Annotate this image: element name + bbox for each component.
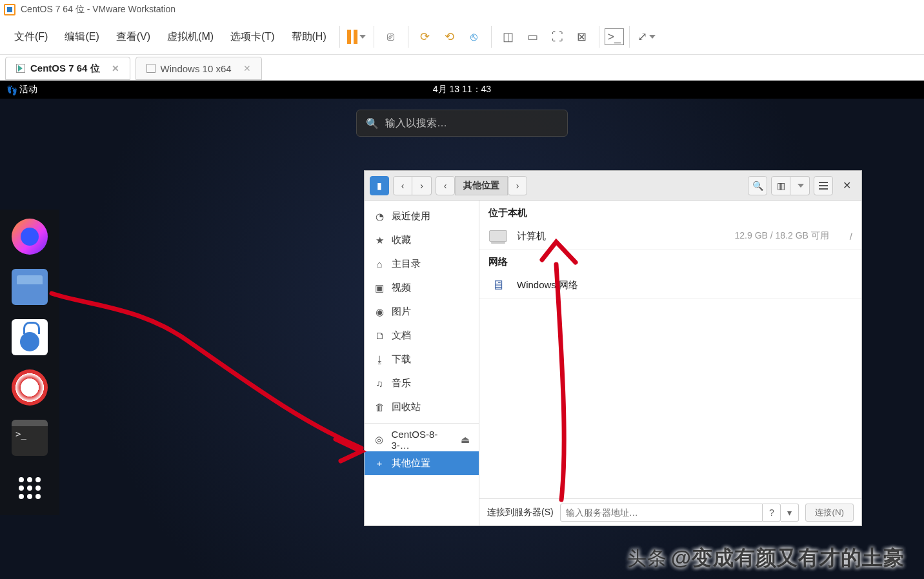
watermark: 头条@变成有颜又有才的土豪 [627,544,905,573]
search-icon: 🔍 [366,117,379,130]
files-sidebar: ◔最近使用 ★收藏 ⌂主目录 ▣视频 ◉图片 🗋文档 ⭳下载 ♫音乐 🗑回收站 … [365,201,479,525]
view-tab-icon[interactable]: ▭ [521,25,545,48]
tab-windows[interactable]: Windows 10 x64 ✕ [136,57,262,80]
vm-tabs: CentOS 7 64 位 ✕ Windows 10 x64 ✕ [0,55,924,81]
files-menu-button[interactable] [814,176,833,195]
tab-vm-icon [146,64,156,73]
disc-icon: ◎ [374,434,385,446]
menu-file[interactable]: 文件(F) [6,26,55,48]
connect-button[interactable]: 连接(N) [805,504,854,522]
network-header: 网络 [479,250,861,272]
activities-button[interactable]: 活动 [19,84,37,95]
menu-help[interactable]: 帮助(H) [284,26,334,48]
sidebar-videos[interactable]: ▣视频 [365,276,479,300]
files-main: 位于本机 计算机 12.9 GB / 18.2 GB 可用 / 网络 🖥 Win… [479,201,861,525]
sidebar-pictures[interactable]: ◉图片 [365,300,479,324]
music-icon: ♫ [374,378,385,389]
tab-running-icon [16,64,25,73]
files-window: ▮ ‹ › ‹ 其他位置 › 🔍 ▥ ✕ ◔最近使用 ★收藏 ⌂ [365,171,861,525]
winnet-label: Windows 网络 [517,279,578,291]
view-unity-icon[interactable]: ⊠ [570,25,594,48]
server-history-icon[interactable]: ▾ [781,504,799,522]
view-dropdown-button[interactable] [790,176,810,195]
vmware-logo-icon [4,4,15,15]
sidebar-documents[interactable]: 🗋文档 [365,324,479,348]
tab-centos-label: CentOS 7 64 位 [30,63,100,75]
dock-software-icon[interactable] [12,319,48,355]
drive-icon [488,228,508,244]
breadcrumb: ‹ 其他位置 › [436,176,527,195]
dock-apps-icon[interactable] [12,470,48,506]
guest-desktop: 👣 活动 4月 13 11：43 🔍 输入以搜索… ▮ ‹ › ‹ 其他位置 › [0,81,924,579]
snapshot-manager-icon[interactable]: ⟲ [438,25,461,48]
toolbar-icon-1[interactable]: ⎚ [379,25,403,48]
menu-vm[interactable]: 虚拟机(M) [159,26,221,48]
search-placeholder: 输入以搜索… [385,117,447,130]
gnome-topbar: 👣 活动 4月 13 11：43 [0,81,924,99]
menu-view[interactable]: 查看(V) [108,26,158,48]
files-search-button[interactable]: 🔍 [748,176,767,195]
dock-files-icon[interactable] [12,269,48,305]
dock [0,210,59,515]
computer-label: 计算机 [517,230,546,242]
sidebar-disc[interactable]: ◎CentOS-8-3-…⏏ [365,427,479,451]
document-icon: 🗋 [374,330,385,341]
view-list-button[interactable]: ▥ [771,176,790,195]
tab-centos[interactable]: CentOS 7 64 位 ✕ [5,57,130,80]
eject-icon[interactable]: ⏏ [461,434,470,446]
files-close-button[interactable]: ✕ [837,176,856,195]
sidebar-trash[interactable]: 🗑回收站 [365,395,479,419]
plus-icon: + [374,458,385,469]
breadcrumb-current[interactable]: 其他位置 [455,176,508,195]
pause-vm-icon[interactable] [345,25,368,48]
gnome-foot-icon: 👣 [6,85,15,94]
row-computer[interactable]: 计算机 12.9 GB / 18.2 GB 可用 / [479,223,861,250]
console-icon[interactable]: >_ [605,28,624,45]
sidebar-recent[interactable]: ◔最近使用 [365,204,479,228]
connect-server-label: 连接到服务器(S) [487,507,554,518]
menubar: 文件(F) 编辑(E) 查看(V) 虚拟机(M) 选项卡(T) 帮助(H) ⎚ … [0,19,924,55]
tab-windows-close-icon[interactable]: ✕ [243,63,251,74]
toolbar-icon-4[interactable]: ⎋ [463,25,486,48]
view-single-icon[interactable]: ◫ [497,25,520,48]
dock-help-icon[interactable] [12,369,48,406]
connect-server-bar: 连接到服务器(S) ? ▾ 连接(N) [479,498,861,525]
trash-icon: 🗑 [374,402,385,413]
sidebar-downloads[interactable]: ⭳下载 [365,348,479,371]
server-address-input[interactable] [560,504,763,522]
sidebar-starred[interactable]: ★收藏 [365,228,479,252]
network-icon: 🖥 [488,277,508,293]
files-headerbar: ▮ ‹ › ‹ 其他位置 › 🔍 ▥ ✕ [365,171,861,201]
download-icon: ⭳ [374,354,385,365]
stretch-icon[interactable]: ⤢ [635,25,658,48]
tab-centos-close-icon[interactable]: ✕ [112,63,119,74]
files-app-icon: ▮ [370,176,389,195]
breadcrumb-fwd-icon[interactable]: › [508,176,527,195]
nav-forward-button[interactable]: › [412,176,432,195]
window-titlebar: CentOS 7 64 位 - VMware Workstation [0,0,924,19]
dock-terminal-icon[interactable] [12,420,48,456]
sidebar-music[interactable]: ♫音乐 [365,371,479,395]
dock-firefox-icon[interactable] [12,219,48,255]
activities-search[interactable]: 🔍 输入以搜索… [356,110,568,137]
home-icon: ⌂ [374,259,385,270]
window-title: CentOS 7 64 位 - VMware Workstation [21,4,176,15]
local-header: 位于本机 [479,201,861,223]
computer-usage: 12.9 GB / 18.2 GB 可用 [735,230,829,242]
star-icon: ★ [374,235,385,246]
tab-windows-label: Windows 10 x64 [161,63,232,74]
menu-edit[interactable]: 编辑(E) [57,26,106,48]
row-windows-network[interactable]: 🖥 Windows 网络 [479,272,861,299]
breadcrumb-back-icon[interactable]: ‹ [436,176,455,195]
snapshot-icon[interactable]: ⟳ [414,25,437,48]
nav-back-button[interactable]: ‹ [393,176,412,195]
view-fullscreen-icon[interactable]: ⛶ [546,25,569,48]
menu-tab[interactable]: 选项卡(T) [223,26,282,48]
clock[interactable]: 4月 13 11：43 [433,84,491,95]
sidebar-home[interactable]: ⌂主目录 [365,252,479,276]
clock-icon: ◔ [374,211,385,222]
sidebar-other-locations[interactable]: +其他位置 [365,451,479,475]
camera-icon: ◉ [374,306,385,318]
server-help-icon[interactable]: ? [763,504,781,522]
computer-path: / [850,231,852,242]
